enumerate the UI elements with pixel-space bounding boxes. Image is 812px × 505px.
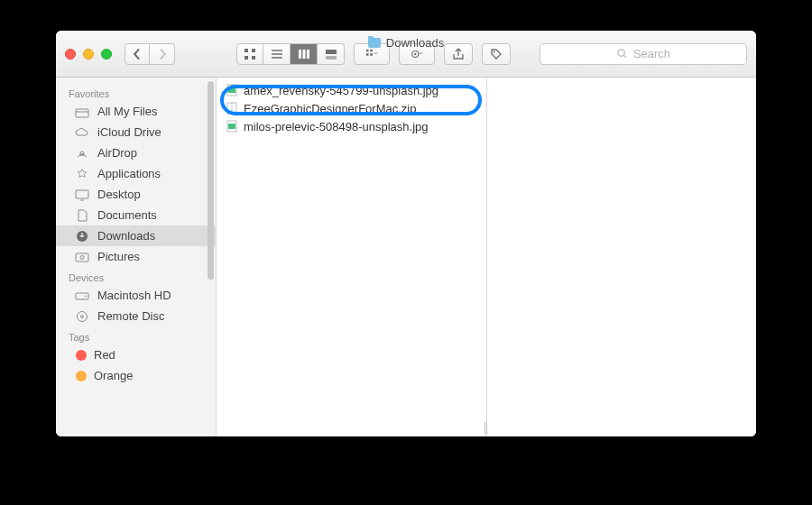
svg-rect-4 <box>299 50 301 59</box>
sidebar-section-tags: Tags <box>56 326 216 344</box>
sidebar-item-label: Remote Disc <box>97 309 164 323</box>
file-list-column: amex_revensky-545799-unsplash.jpg EzeeGr… <box>217 78 487 436</box>
file-row[interactable]: EzeeGraphicDesignerForMac.zip <box>217 99 486 117</box>
svg-rect-10 <box>366 53 369 56</box>
svg-rect-0 <box>245 49 248 52</box>
sidebar-item-documents[interactable]: Documents <box>56 205 216 225</box>
sidebar-item-label: Macintosh HD <box>97 289 171 302</box>
icon-view-icon <box>244 48 256 60</box>
finder-window: Downloads <box>56 31 756 436</box>
view-mode-segment <box>236 43 345 65</box>
share-button-group <box>444 43 473 65</box>
sidebar-item-label: Applications <box>97 167 161 180</box>
file-row[interactable]: amex_revensky-545799-unsplash.jpg <box>217 81 486 99</box>
window-body: Favorites All My Files iCloud Drive AirD… <box>56 78 756 436</box>
downloads-icon <box>74 230 90 243</box>
sidebar-item-label: Red <box>94 348 115 362</box>
svg-rect-6 <box>307 50 309 59</box>
chevron-left-icon <box>131 48 143 60</box>
sidebar-item-label: Downloads <box>97 229 155 243</box>
sidebar-item-label: Orange <box>94 369 133 382</box>
sidebar-section-favorites: Favorites <box>56 83 216 101</box>
pictures-icon <box>74 251 90 263</box>
documents-icon <box>74 209 90 222</box>
action-button[interactable] <box>399 43 435 65</box>
sidebar-item-label: AirDrop <box>97 146 137 160</box>
view-column-button[interactable] <box>291 43 318 65</box>
sidebar-item-airdrop[interactable]: AirDrop <box>56 142 216 163</box>
arrange-button-group <box>354 43 390 65</box>
sidebar-item-label: All My Files <box>97 105 157 118</box>
action-button-group <box>399 43 435 65</box>
maximize-button[interactable] <box>101 49 112 60</box>
file-name: EzeeGraphicDesignerForMac.zip <box>244 102 416 115</box>
view-coverflow-button[interactable] <box>318 43 345 65</box>
list-view-icon <box>271 48 283 60</box>
svg-rect-9 <box>370 49 373 51</box>
view-icon-button[interactable] <box>236 43 263 65</box>
window-controls <box>65 49 112 60</box>
svg-point-25 <box>81 315 84 317</box>
desktop-icon <box>74 188 90 201</box>
arrange-button[interactable] <box>354 43 390 65</box>
minimize-button[interactable] <box>83 49 94 60</box>
airdrop-icon <box>74 147 90 160</box>
edit-tags-button[interactable] <box>482 43 511 65</box>
svg-rect-11 <box>370 53 373 56</box>
sidebar-item-tag-orange[interactable]: Orange <box>56 365 216 386</box>
chevron-right-icon <box>156 48 169 60</box>
sidebar: Favorites All My Files iCloud Drive AirD… <box>56 78 217 436</box>
search-wrap: Search <box>540 43 747 65</box>
file-row[interactable]: milos-prelevic-508498-unsplash.jpg <box>217 117 486 135</box>
forward-button[interactable] <box>150 43 175 65</box>
tag-icon <box>490 48 503 60</box>
share-button[interactable] <box>444 43 473 65</box>
sidebar-item-all-my-files[interactable]: All My Files <box>56 101 216 122</box>
sidebar-item-label: iCloud Drive <box>97 125 161 139</box>
svg-rect-22 <box>76 293 88 299</box>
svg-rect-5 <box>302 50 305 59</box>
search-input[interactable]: Search <box>540 43 747 65</box>
applications-icon <box>74 168 90 180</box>
svg-point-21 <box>80 255 84 259</box>
all-my-files-icon <box>74 106 90 118</box>
sidebar-item-desktop[interactable]: Desktop <box>56 184 216 205</box>
svg-rect-3 <box>252 56 255 60</box>
tag-color-icon <box>76 350 87 361</box>
sidebar-item-downloads[interactable]: Downloads <box>56 225 216 246</box>
svg-rect-16 <box>76 109 88 117</box>
sidebar-item-icloud-drive[interactable]: iCloud Drive <box>56 122 216 142</box>
image-file-icon <box>226 119 238 133</box>
column-view-icon <box>298 48 310 60</box>
back-button[interactable] <box>125 43 150 65</box>
gear-icon <box>411 48 423 60</box>
coverflow-view-icon <box>325 48 337 60</box>
svg-rect-2 <box>245 56 248 60</box>
preview-column <box>487 78 756 436</box>
view-list-button[interactable] <box>263 43 291 65</box>
svg-point-13 <box>414 52 416 54</box>
sidebar-item-applications[interactable]: Applications <box>56 163 216 184</box>
close-button[interactable] <box>65 49 76 60</box>
share-icon <box>452 48 465 60</box>
sidebar-section-devices: Devices <box>56 267 216 285</box>
search-placeholder: Search <box>633 47 670 60</box>
sidebar-item-tag-red[interactable]: Red <box>56 344 216 365</box>
tag-color-icon <box>76 371 87 381</box>
sidebar-item-label: Desktop <box>97 188 141 201</box>
edit-tags-button-group <box>482 43 511 65</box>
file-name: milos-prelevic-508498-unsplash.jpg <box>244 120 429 133</box>
svg-rect-20 <box>76 253 88 262</box>
svg-point-15 <box>618 50 624 56</box>
image-file-icon <box>226 83 238 97</box>
sidebar-scrollbar[interactable] <box>208 81 214 280</box>
sidebar-item-remote-disc[interactable]: Remote Disc <box>56 306 216 326</box>
sidebar-item-macintosh-hd[interactable]: Macintosh HD <box>56 285 216 306</box>
svg-point-23 <box>85 295 87 297</box>
sidebar-item-pictures[interactable]: Pictures <box>56 246 216 267</box>
svg-rect-30 <box>228 124 235 129</box>
svg-point-14 <box>494 50 495 52</box>
svg-rect-1 <box>252 49 255 52</box>
column-resize-handle[interactable] <box>484 422 491 435</box>
sidebar-item-label: Documents <box>97 208 157 222</box>
